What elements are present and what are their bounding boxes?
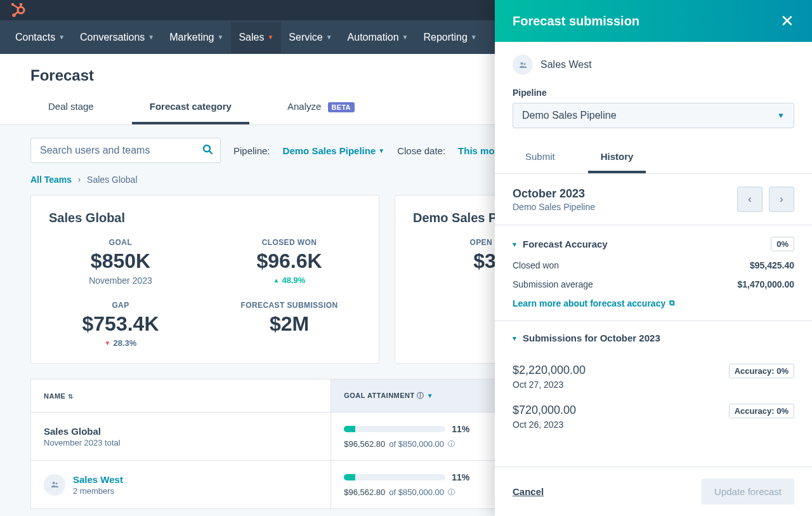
month-title: October 2023	[513, 187, 595, 201]
chevron-down-icon: ▼	[326, 34, 332, 41]
metric-label: FORECAST SUBMISSION	[218, 301, 361, 310]
panel-header: Forecast submission ✕	[495, 0, 812, 42]
forecast-submission-panel: Forecast submission ✕ Sales West Pipelin…	[495, 0, 812, 516]
pipeline-select[interactable]: Demo Sales Pipeline ▼	[513, 103, 794, 128]
nav-sales[interactable]: Sales▼	[231, 22, 281, 53]
svg-point-10	[55, 482, 57, 484]
nav-marketing[interactable]: Marketing▼	[162, 22, 231, 53]
submission-item: $2,220,000.00 Oct 27, 2023 Accuracy: 0%	[513, 364, 794, 390]
month-subtitle: Demo Sales Pipeline	[513, 202, 595, 212]
update-forecast-button[interactable]: Update forecast	[702, 479, 794, 505]
pipeline-field-label: Pipeline	[513, 88, 794, 98]
panel-footer: Cancel Update forecast	[495, 466, 812, 516]
attained-value: $96,562.80	[344, 439, 385, 449]
chevron-down-icon: ▼	[402, 34, 409, 41]
submission-date: Oct 26, 2023	[513, 420, 576, 430]
submission-accuracy-pill: Accuracy: 0%	[729, 404, 794, 418]
chevron-down-icon: ▼	[777, 111, 785, 120]
tab-forecast-category[interactable]: Forecast category	[132, 89, 249, 124]
chevron-down-icon[interactable]: ▾	[513, 240, 516, 249]
submissions-title: Submissions for October 2023	[523, 333, 660, 343]
svg-point-11	[520, 62, 523, 65]
breadcrumb-current: Sales Global	[87, 175, 137, 185]
tab-deal-stage[interactable]: Deal stage	[30, 89, 112, 124]
closed-won-label: Closed won	[513, 260, 559, 270]
sales-global-card: Sales Global GOAL $850K November 2023 CL…	[30, 195, 379, 364]
triangle-up-icon: ▲	[273, 277, 280, 284]
external-link-icon: ⧉	[669, 298, 675, 308]
chevron-down-icon[interactable]: ▾	[513, 334, 516, 343]
search-input[interactable]	[39, 144, 202, 157]
submission-avg-value: $1,470,000.00	[737, 279, 794, 289]
next-month-button[interactable]: ›	[769, 187, 794, 212]
prev-month-button[interactable]: ‹	[737, 187, 763, 212]
row-subtitle: 2 members	[73, 486, 123, 496]
row-subtitle: November 2023 total	[44, 438, 318, 447]
learn-more-link[interactable]: Learn more about forecast accuracy⧉	[513, 298, 675, 308]
beta-badge: BETA	[328, 102, 355, 112]
row-title: Sales Global	[44, 426, 318, 437]
chevron-left-icon: ‹	[748, 194, 751, 205]
progress-pct: 11%	[452, 424, 469, 434]
submission-accuracy-pill: Accuracy: 0%	[729, 364, 794, 378]
close-date-filter-label: Close date:	[397, 145, 445, 156]
tab-analyze[interactable]: Analyze BETA	[270, 89, 372, 124]
progress-pct: 11%	[452, 472, 469, 482]
nav-automation[interactable]: Automation▼	[340, 22, 416, 53]
team-avatar-icon	[44, 474, 65, 496]
svg-rect-6	[20, 3, 22, 5]
goal-value: of $850,000.00	[389, 487, 444, 497]
chevron-down-icon: ▼	[378, 147, 384, 154]
submission-amount: $2,220,000.00	[513, 364, 586, 377]
panel-tab-history[interactable]: History	[588, 151, 646, 173]
progress-bar	[344, 474, 445, 480]
pipeline-filter-label: Pipeline:	[233, 145, 270, 156]
progress-bar	[344, 426, 445, 432]
svg-point-12	[523, 63, 525, 65]
chevron-down-icon: ▼	[471, 34, 477, 41]
metric-value: $753.4K	[49, 312, 192, 336]
svg-point-9	[52, 482, 55, 484]
accuracy-title: Forecast Accuracy	[523, 239, 608, 249]
chevron-right-icon: ›	[78, 175, 81, 184]
delta-up: ▲48.9%	[273, 275, 306, 285]
search-box[interactable]	[30, 138, 221, 163]
search-icon	[202, 144, 213, 157]
metric-value: $96.6K	[218, 249, 361, 273]
breadcrumb-root[interactable]: All Teams	[30, 175, 72, 185]
hubspot-logo-icon	[10, 3, 25, 18]
svg-line-8	[209, 151, 212, 154]
chevron-down-icon: ▼	[267, 34, 273, 41]
col-name[interactable]: NAME⇅	[31, 380, 331, 413]
nav-contacts[interactable]: Contacts▼	[8, 22, 72, 53]
panel-tab-submit[interactable]: Submit	[513, 151, 568, 173]
svg-point-0	[18, 7, 24, 13]
nav-conversations[interactable]: Conversations▼	[72, 22, 162, 53]
submission-date: Oct 27, 2023	[513, 380, 586, 390]
closed-won-value: $95,425.40	[750, 260, 794, 270]
sort-down-icon: ▼	[427, 392, 433, 399]
metric-label: GOAL	[49, 238, 192, 247]
nav-reporting[interactable]: Reporting▼	[416, 22, 484, 53]
team-avatar-icon	[513, 55, 533, 75]
cancel-button[interactable]: Cancel	[513, 486, 544, 497]
pipeline-filter-value[interactable]: Demo Sales Pipeline▼	[283, 145, 385, 156]
close-icon[interactable]: ✕	[780, 13, 794, 29]
panel-tabs: Submit History	[495, 141, 812, 174]
tab-analyze-label: Analyze	[287, 101, 321, 112]
chevron-down-icon: ▼	[148, 34, 154, 41]
card-title: Sales Global	[49, 211, 361, 225]
team-name: Sales West	[540, 59, 592, 70]
submission-amount: $720,000.00	[513, 404, 576, 417]
chevron-down-icon: ▼	[217, 34, 223, 41]
forecast-accuracy-section: ▾ Forecast Accuracy 0% Closed won$95,425…	[495, 225, 812, 321]
nav-service[interactable]: Service▼	[281, 22, 339, 53]
info-icon: ⓘ	[448, 487, 455, 497]
row-title-link[interactable]: Sales West	[73, 474, 123, 485]
info-icon: ⓘ	[417, 392, 424, 399]
delta-down: ▼28.3%	[105, 338, 137, 348]
sort-icon: ⇅	[68, 393, 74, 400]
metric-gap: GAP $753.4K ▼28.3%	[49, 301, 192, 348]
attained-value: $96,562.80	[344, 487, 385, 497]
submission-item: $720,000.00 Oct 26, 2023 Accuracy: 0%	[513, 404, 794, 430]
